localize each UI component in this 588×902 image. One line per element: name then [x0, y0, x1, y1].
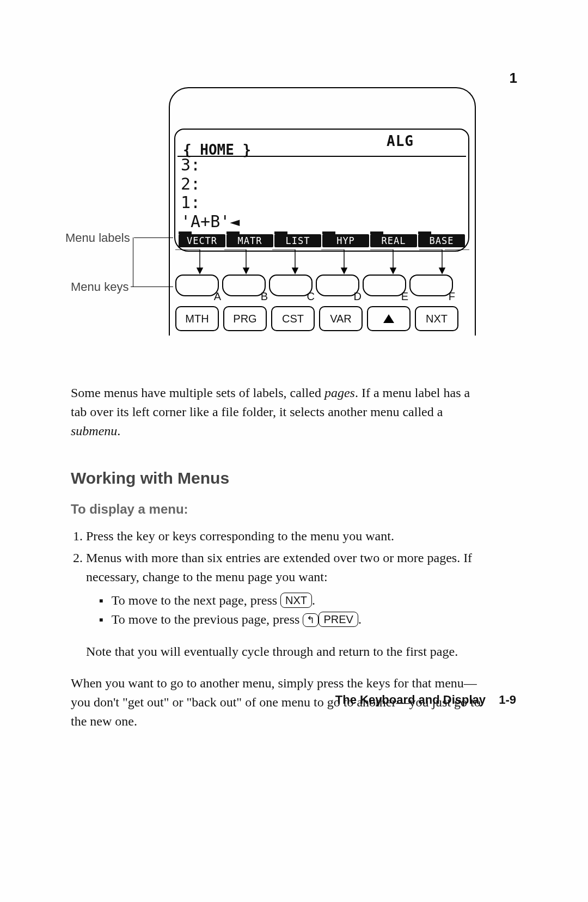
stack-line-3: 3:	[181, 156, 240, 175]
softkey-c: C	[269, 275, 313, 296]
term-submenu: submenu	[71, 424, 117, 438]
footer-section-title: The Keyboard and Display	[335, 693, 486, 706]
hardkey-var: VAR	[319, 306, 363, 331]
up-arrow-icon	[383, 314, 394, 323]
bullet1-text: To move to the next page, press	[112, 593, 280, 607]
paragraph-pages-submenu: Some menus have multiple sets of labels,…	[71, 383, 485, 440]
bullet-next-page: To move to the next page, press NXT.	[99, 591, 485, 610]
softkey-row: A B C D E F	[175, 275, 453, 296]
keycap-nxt: NXT	[280, 593, 312, 608]
callout-menu-labels: Menu labels	[65, 231, 130, 245]
lcd-stack-area: 3: 2: 1: 'A+B'◄	[181, 156, 240, 231]
menu-label-base: BASE	[418, 234, 465, 247]
calculator-figure: ALG { HOME } 3: 2: 1: 'A+B'◄ VECTR MATR …	[71, 87, 485, 349]
bullet-prev-page: To move to the previous page, press ↰PRE…	[99, 610, 485, 629]
softkey-f: F	[409, 275, 453, 296]
keycap-shift-icon: ↰	[303, 613, 318, 627]
softkey-a: A	[175, 275, 219, 296]
step-1: Press the key or keys corresponding to t…	[86, 527, 485, 546]
menu-label-hyp: HYP	[322, 234, 369, 247]
cycle-note: Note that you will eventually cycle thro…	[86, 642, 485, 661]
hardkey-up	[367, 306, 411, 331]
bullet2-text: To move to the previous page, press	[112, 612, 303, 626]
callout-line-keys	[131, 287, 173, 287]
callout-menu-keys: Menu keys	[71, 280, 128, 294]
softkey-letter-d: D	[354, 290, 362, 303]
chapter-number: 1	[510, 70, 517, 87]
callout-line-labels	[134, 237, 173, 238]
menu-label-row: VECTR MATR LIST HYP REAL BASE	[179, 234, 465, 247]
softkey-letter-f: F	[449, 290, 455, 303]
step-2-text: Menus with more than six entries are ext…	[86, 551, 472, 584]
step-2: Menus with more than six entries are ext…	[86, 548, 485, 661]
footer-page-number: 1-9	[499, 693, 516, 706]
menu-label-real: REAL	[370, 234, 417, 247]
stack-line-2: 2:	[181, 175, 240, 194]
lcd-status-indicator: ALG	[387, 133, 414, 149]
heading-working-with-menus: Working with Menus	[71, 466, 485, 490]
p1-text-a: Some menus have multiple sets of labels,…	[71, 386, 324, 400]
softkey-letter-a: A	[214, 290, 221, 303]
callout-vertical-join	[133, 237, 133, 287]
body-text: Some menus have multiple sets of labels,…	[71, 370, 485, 744]
term-pages: pages	[324, 386, 355, 400]
hardkey-row: MTH PRG CST VAR NXT	[175, 306, 458, 331]
softkey-letter-c: C	[307, 290, 315, 303]
bullet1-end: .	[312, 593, 315, 607]
hardkey-mth: MTH	[175, 306, 219, 331]
page-footer: The Keyboard and Display 1-9	[335, 693, 516, 707]
keycap-prev: PREV	[318, 612, 358, 627]
steps-list: Press the key or keys corresponding to t…	[71, 527, 485, 661]
softkey-letter-e: E	[401, 290, 408, 303]
softkey-letter-b: B	[261, 290, 268, 303]
lcd-display: ALG { HOME } 3: 2: 1: 'A+B'◄ VECTR MATR …	[174, 129, 469, 252]
bullet2-end: .	[358, 612, 362, 626]
hardkey-prg: PRG	[223, 306, 267, 331]
p1-text-c: .	[117, 424, 120, 438]
heading-to-display-a-menu: To display a menu:	[71, 500, 485, 519]
stack-line-1: 1:	[181, 193, 240, 212]
softkey-b: B	[222, 275, 266, 296]
command-line: 'A+B'◄	[181, 212, 240, 231]
menu-label-vectr: VECTR	[179, 234, 225, 247]
menu-label-matr: MATR	[226, 234, 273, 247]
softkey-d: D	[316, 275, 359, 296]
hardkey-cst: CST	[271, 306, 315, 331]
menu-label-list: LIST	[274, 234, 321, 247]
softkey-e: E	[363, 275, 406, 296]
step2-bullets: To move to the next page, press NXT. To …	[86, 591, 485, 629]
hardkey-nxt: NXT	[415, 306, 458, 331]
